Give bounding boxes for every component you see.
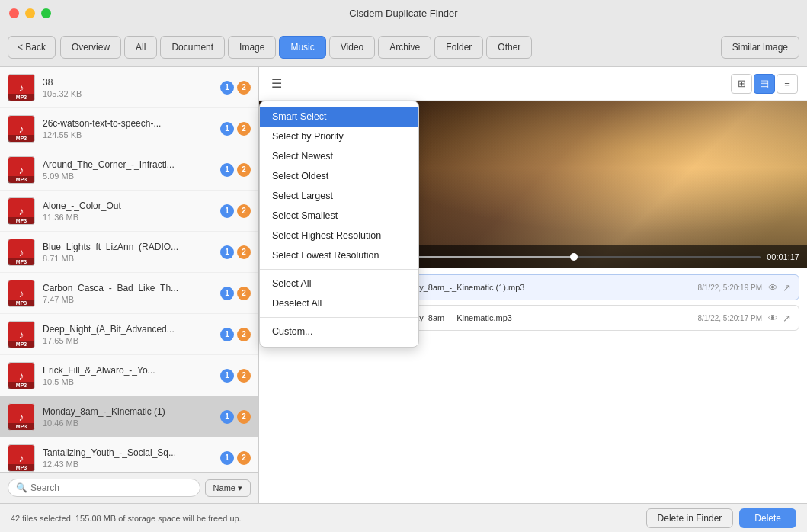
file-list: ♪ MP3 38 105.32 KB 1 2 ♪ MP3 26c-watson-…: [0, 67, 258, 472]
toolbar: < Back OverviewAllDocumentImageMusicVide…: [0, 27, 807, 67]
progress-dot: [570, 253, 578, 261]
file-size: 8.71 MB: [43, 254, 214, 263]
dropdown-item-select-by-priority[interactable]: Select by Priority: [260, 127, 418, 146]
dropdown-item-deselect-all[interactable]: Deselect All: [260, 293, 418, 313]
file-info: Tantalizing_Youth_-_Social_Sq... 12.43 M…: [43, 447, 214, 469]
dropdown-item-select-all[interactable]: Select All: [260, 274, 418, 293]
search-icon: 🔍: [16, 482, 27, 493]
file-name: Alone_-_Color_Out: [43, 200, 214, 211]
list-item[interactable]: ♪ MP3 Deep_Night_(A_Bit_Advanced... 17.6…: [0, 314, 258, 355]
list-item[interactable]: ♪ MP3 Carbon_Casca_-_Bad_Like_Th... 7.47…: [0, 273, 258, 314]
delete-in-finder-button[interactable]: Delete in Finder: [646, 508, 734, 528]
file-eye-button[interactable]: 👁: [768, 312, 778, 324]
file-entry-date: 8/1/22, 5:20:17 PM: [697, 314, 762, 322]
file-eye-button[interactable]: 👁: [768, 282, 778, 293]
file-info: Carbon_Casca_-_Bad_Like_Th... 7.47 MB: [43, 283, 214, 304]
dropdown-group1: Smart SelectSelect by PrioritySelect New…: [260, 104, 418, 268]
music-icon: ♪: [19, 164, 24, 176]
badge-count2: 2: [237, 204, 251, 218]
list-item[interactable]: ♪ MP3 26c-watson-text-to-speech-... 124.…: [0, 108, 258, 149]
file-badges: 1 2: [220, 328, 251, 341]
maximize-button[interactable]: [41, 8, 51, 18]
file-size: 10.46 MB: [43, 418, 214, 428]
minimize-button[interactable]: [25, 8, 35, 18]
search-input[interactable]: [30, 482, 192, 493]
time-display: 00:01:17: [767, 252, 799, 261]
view-detail-button[interactable]: ≡: [777, 74, 798, 94]
file-size: 105.32 KB: [43, 89, 214, 98]
dropdown-item-custom[interactable]: Custom...: [260, 322, 418, 341]
badge-count1: 1: [220, 245, 234, 259]
main-content: ♪ MP3 38 105.32 KB 1 2 ♪ MP3 26c-watson-…: [0, 67, 807, 503]
file-badges: 1 2: [220, 163, 251, 177]
tab-folder[interactable]: Folder: [434, 36, 483, 59]
badge-count2: 2: [237, 328, 251, 341]
close-button[interactable]: [9, 8, 19, 18]
file-badges: 1 2: [220, 451, 251, 465]
tab-image[interactable]: Image: [228, 36, 276, 59]
list-item[interactable]: ♪ MP3 Alone_-_Color_Out 11.36 MB 1 2: [0, 191, 258, 232]
file-badges: 1 2: [220, 245, 251, 259]
file-name: 38: [43, 77, 214, 88]
delete-button[interactable]: Delete: [739, 508, 796, 528]
file-name: Around_The_Corner_-_Infracti...: [43, 159, 214, 170]
file-size: 124.55 KB: [43, 130, 214, 139]
sort-button[interactable]: Name ▾: [205, 479, 251, 497]
list-item[interactable]: ♪ MP3 38 105.32 KB 1 2: [0, 67, 258, 108]
view-grid-button[interactable]: ⊞: [731, 74, 752, 94]
file-badges: 1 2: [220, 287, 251, 300]
file-info: Blue_Lights_ft_LizAnn_(RADIO... 8.71 MB: [43, 242, 214, 263]
dropdown-item-select-largest[interactable]: Select Largest: [260, 186, 418, 206]
back-button[interactable]: < Back: [8, 36, 56, 59]
music-icon: ♪: [19, 205, 24, 217]
dropdown-overlay: Smart SelectSelect by PrioritySelect New…: [259, 101, 419, 348]
title-bar: Cisdem Duplicate Finder: [0, 0, 807, 27]
music-icon: ♪: [19, 287, 24, 300]
file-info: 26c-watson-text-to-speech-... 124.55 KB: [43, 118, 214, 139]
dropdown-menu: Smart SelectSelect by PrioritySelect New…: [259, 101, 419, 348]
menu-icon-button[interactable]: ☰: [268, 73, 285, 94]
file-size: 5.09 MB: [43, 171, 214, 181]
file-name: Erick_Fill_&_Alwaro_-_Yo...: [43, 365, 214, 376]
view-list-button[interactable]: ▤: [754, 74, 775, 94]
tab-music[interactable]: Music: [279, 36, 325, 59]
badge-count1: 1: [220, 369, 234, 383]
left-panel: ♪ MP3 38 105.32 KB 1 2 ♪ MP3 26c-watson-…: [0, 67, 259, 503]
list-item[interactable]: ♪ MP3 Monday_8am_-_Kinematic (1) 10.46 M…: [0, 396, 258, 437]
music-icon: ♪: [19, 328, 24, 341]
dropdown-item-select-smallest[interactable]: Select Smallest: [260, 206, 418, 226]
dropdown-item-select-oldest[interactable]: Select Oldest: [260, 166, 418, 186]
dropdown-item-select-newest[interactable]: Select Newest: [260, 146, 418, 166]
file-icon: ♪ MP3: [8, 156, 35, 184]
music-icon: ♪: [19, 246, 24, 258]
file-icon: ♪ MP3: [8, 444, 35, 472]
dropdown-item-select-lowest-resolution[interactable]: Select Lowest Resolution: [260, 245, 418, 265]
tab-overview[interactable]: Overview: [60, 36, 121, 59]
dropdown-item-select-highest-resolution[interactable]: Select Highest Resolution: [260, 226, 418, 245]
tab-video[interactable]: Video: [329, 36, 375, 59]
file-entry-actions: 👁 ↗: [768, 312, 791, 324]
tab-document[interactable]: Document: [160, 36, 225, 59]
similar-image-button[interactable]: Similar Image: [721, 36, 799, 59]
dropdown-divider: [260, 269, 418, 270]
window-controls: [9, 8, 51, 18]
list-item[interactable]: ♪ MP3 Tantalizing_Youth_-_Social_Sq... 1…: [0, 437, 258, 472]
list-item[interactable]: ♪ MP3 Around_The_Corner_-_Infracti... 5.…: [0, 149, 258, 191]
list-item[interactable]: ♪ MP3 Blue_Lights_ft_LizAnn_(RADIO... 8.…: [0, 232, 258, 273]
right-panel: ☰ ⊞ ▤ ≡ Smart SelectSelect by PrioritySe…: [259, 67, 807, 503]
file-badges: 1 2: [220, 122, 251, 136]
dropdown-item-smart-select[interactable]: Smart Select: [260, 107, 418, 127]
badge-count2: 2: [237, 451, 251, 465]
tab-all[interactable]: All: [124, 36, 157, 59]
list-item[interactable]: ♪ MP3 Erick_Fill_&_Alwaro_-_Yo... 10.5 M…: [0, 355, 258, 396]
tab-other[interactable]: Other: [486, 36, 532, 59]
file-name: Blue_Lights_ft_LizAnn_(RADIO...: [43, 242, 214, 252]
file-link-button[interactable]: ↗: [783, 312, 791, 324]
badge-count2: 2: [237, 410, 251, 424]
badge-count2: 2: [237, 369, 251, 383]
tab-archive[interactable]: Archive: [378, 36, 431, 59]
search-input-wrapper: 🔍: [8, 479, 200, 497]
file-link-button[interactable]: ↗: [783, 282, 791, 293]
music-icon: ♪: [19, 82, 24, 94]
search-bar: 🔍 Name ▾: [0, 472, 258, 503]
